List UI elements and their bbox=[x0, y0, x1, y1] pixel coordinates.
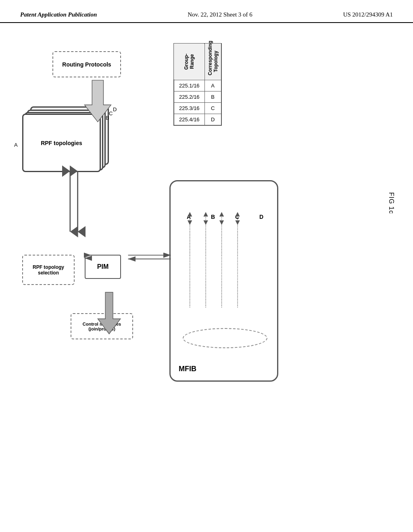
table-col2-header: CorrespondingTopology bbox=[204, 44, 221, 80]
table-col1-header: Group-Range bbox=[174, 44, 204, 80]
header-right-label: US 2012/294309 A1 bbox=[343, 11, 393, 18]
table-cell-topology: B bbox=[204, 91, 221, 102]
rpf-selection-label: RPF topology selection bbox=[25, 264, 72, 276]
letter-c-label: C bbox=[109, 110, 113, 116]
table-row: 225.3/16 C bbox=[174, 102, 221, 114]
letter-d-label: D bbox=[113, 106, 117, 112]
table-cell-topology: A bbox=[204, 80, 221, 91]
header-left-label: Patent Application Publication bbox=[20, 11, 97, 18]
main-content: Group-Range CorrespondingTopology 225.1/… bbox=[0, 31, 413, 531]
mfib-channel-labels: A B C D bbox=[177, 214, 273, 220]
topology-table: Group-Range CorrespondingTopology 225.1/… bbox=[173, 43, 222, 126]
table-cell-range: 225.3/16 bbox=[174, 102, 204, 114]
mfib-letter-c: C bbox=[235, 214, 239, 220]
table-cell-range: 225.2/16 bbox=[174, 91, 204, 102]
routing-protocols-label: Routing Protocols bbox=[62, 61, 111, 68]
rpf-topologies-label: RPF topologies bbox=[41, 140, 82, 146]
table-row: 225.1/16 A bbox=[174, 80, 221, 91]
mfib-ellipse bbox=[183, 328, 267, 348]
control-messages-box: Control messages (join/prunes) bbox=[71, 313, 133, 339]
mfib-letter-a: A bbox=[187, 214, 191, 220]
table-row: 225.4/16 D bbox=[174, 114, 221, 125]
page-header: Patent Application Publication Nov. 22, … bbox=[0, 0, 413, 23]
table-cell-range: 225.4/16 bbox=[174, 114, 204, 125]
pim-label: PIM bbox=[97, 263, 108, 270]
table-cell-topology: D bbox=[204, 114, 221, 125]
fig-label: FIG 1c bbox=[388, 192, 395, 214]
mfib-label: MFIB bbox=[179, 365, 196, 373]
mfib-letter-b: B bbox=[211, 214, 215, 220]
mfib-box: A B C D MFIB bbox=[169, 180, 278, 382]
table-cell-range: 225.1/16 bbox=[174, 80, 204, 91]
table-row: 225.2/16 B bbox=[174, 91, 221, 102]
letter-a-label: A bbox=[14, 142, 18, 148]
rpf-selection-box: RPF topology selection bbox=[22, 255, 75, 285]
rpf-box-a: RPF topologies bbox=[22, 114, 101, 172]
table-cell-topology: C bbox=[204, 102, 221, 114]
pim-box: PIM bbox=[85, 255, 121, 279]
mfib-letter-d: D bbox=[259, 214, 263, 220]
control-messages-label: Control messages (join/prunes) bbox=[73, 322, 131, 331]
header-center-label: Nov. 22, 2012 Sheet 3 of 6 bbox=[188, 11, 252, 18]
letter-b-label: B bbox=[106, 115, 109, 121]
routing-protocols-box: Routing Protocols bbox=[52, 51, 121, 77]
